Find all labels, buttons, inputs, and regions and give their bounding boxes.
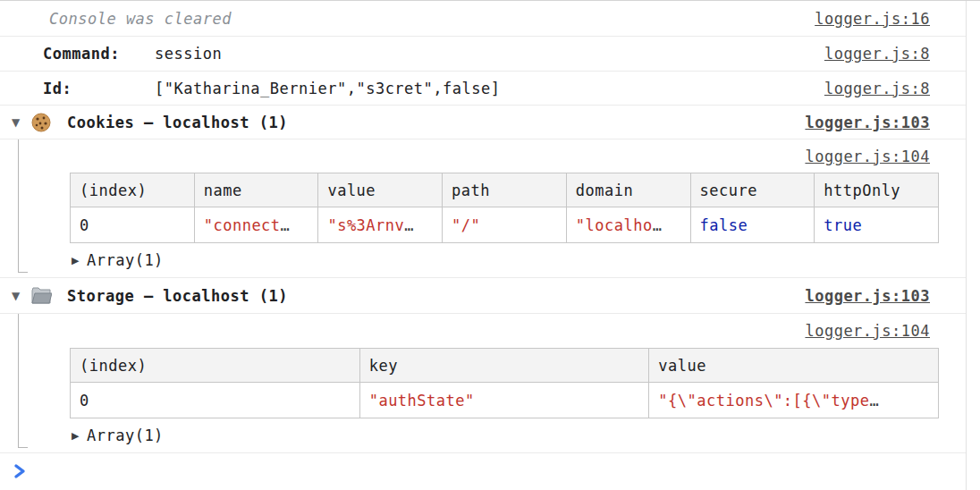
devtools-console-panel: Console was cleared logger.js:16 Command… xyxy=(0,0,980,490)
cell-secure: false xyxy=(690,207,815,243)
cookies-group-header[interactable]: ▼ Cookies — localhost (1) logger.js:103 xyxy=(0,106,980,139)
cell-index: 0 xyxy=(71,383,360,418)
folder-icon xyxy=(30,286,52,306)
array-toggle-label: Array(1) xyxy=(87,427,164,444)
column-header-domain[interactable]: domain xyxy=(566,173,690,207)
cookies-array-toggle[interactable]: ▶ Array(1) xyxy=(0,243,980,277)
source-link[interactable]: logger.js:8 xyxy=(824,45,930,63)
truncation-ellipsis: … xyxy=(281,216,291,234)
cookies-table-message: logger.js:104 xyxy=(0,139,980,173)
cell-value: "s%3Arnv… xyxy=(318,207,443,243)
truncation-ellipsis: … xyxy=(653,216,663,234)
cell-domain: "localho… xyxy=(566,207,690,243)
command-label: Command: xyxy=(0,45,155,63)
expand-triangle-icon[interactable]: ▶ xyxy=(72,430,80,442)
source-link[interactable]: logger.js:103 xyxy=(805,287,930,305)
cell-value: "{\"actions\":[{\"type… xyxy=(649,383,939,418)
storage-table: (index) key value 0 "authState" "{\"acti… xyxy=(70,348,939,418)
source-link[interactable]: logger.js:103 xyxy=(805,114,930,131)
console-message-cleared: Console was cleared logger.js:16 xyxy=(0,1,980,37)
storage-table-header-row: (index) key value xyxy=(71,349,939,383)
column-header-path[interactable]: path xyxy=(443,173,567,207)
id-value: ["Katharina_Bernier","s3cret",false] xyxy=(155,80,500,97)
storage-group-body: logger.js:104 (index) key value 0 "authS… xyxy=(0,314,980,453)
cell-key: "authState" xyxy=(359,383,649,418)
storage-table-message: logger.js:104 xyxy=(0,314,980,348)
collapse-triangle-icon[interactable]: ▼ xyxy=(0,290,23,302)
expand-triangle-icon[interactable]: ▶ xyxy=(72,255,80,266)
console-prompt[interactable] xyxy=(0,453,980,490)
column-header-secure[interactable]: secure xyxy=(690,173,815,207)
scrollbar-gutter[interactable] xyxy=(966,1,980,490)
console-prompt-input[interactable] xyxy=(35,463,930,483)
prompt-chevron-icon xyxy=(13,463,26,479)
console-message-id: Id: ["Katharina_Bernier","s3cret",false]… xyxy=(0,72,980,106)
source-link[interactable]: logger.js:104 xyxy=(805,322,930,340)
cookies-table: (index) name value path domain secure ht… xyxy=(70,173,939,243)
id-label: Id: xyxy=(0,80,155,97)
source-link[interactable]: logger.js:16 xyxy=(815,10,930,28)
collapse-triangle-icon[interactable]: ▼ xyxy=(0,116,23,129)
table-row: 0 "authState" "{\"actions\":[{\"type… xyxy=(71,383,939,418)
cell-httponly: true xyxy=(815,207,939,243)
cell-name: "connect… xyxy=(194,207,318,243)
array-toggle-label: Array(1) xyxy=(87,251,164,269)
column-header-index[interactable]: (index) xyxy=(71,173,195,207)
console-cleared-text: Console was cleared xyxy=(0,10,232,28)
command-value: session xyxy=(155,45,222,63)
column-header-name[interactable]: name xyxy=(194,173,318,207)
storage-group-title: Storage — localhost (1) xyxy=(67,287,288,305)
truncation-ellipsis: … xyxy=(404,216,414,234)
storage-group-header[interactable]: ▼ Storage — localhost (1) logger.js:103 xyxy=(0,278,980,314)
cell-index: 0 xyxy=(71,207,195,243)
storage-array-toggle[interactable]: ▶ Array(1) xyxy=(0,418,980,452)
table-row: 0 "connect… "s%3Arnv… "/" "localho… fals… xyxy=(71,207,939,243)
column-header-index[interactable]: (index) xyxy=(71,349,360,383)
source-link[interactable]: logger.js:8 xyxy=(824,80,930,97)
column-header-key[interactable]: key xyxy=(359,349,649,383)
cookie-icon xyxy=(30,113,52,132)
cookies-group-title: Cookies — localhost (1) xyxy=(67,114,288,131)
cell-path: "/" xyxy=(443,207,567,243)
cookies-table-header-row: (index) name value path domain secure ht… xyxy=(71,173,939,207)
truncation-ellipsis: … xyxy=(869,392,879,410)
source-link[interactable]: logger.js:104 xyxy=(805,148,930,165)
column-header-httponly[interactable]: httpOnly xyxy=(815,173,939,207)
column-header-value[interactable]: value xyxy=(318,173,443,207)
console-message-command: Command: session logger.js:8 xyxy=(0,37,980,72)
column-header-value[interactable]: value xyxy=(649,349,939,383)
cookies-group-body: logger.js:104 (index) name value path do… xyxy=(0,139,980,278)
